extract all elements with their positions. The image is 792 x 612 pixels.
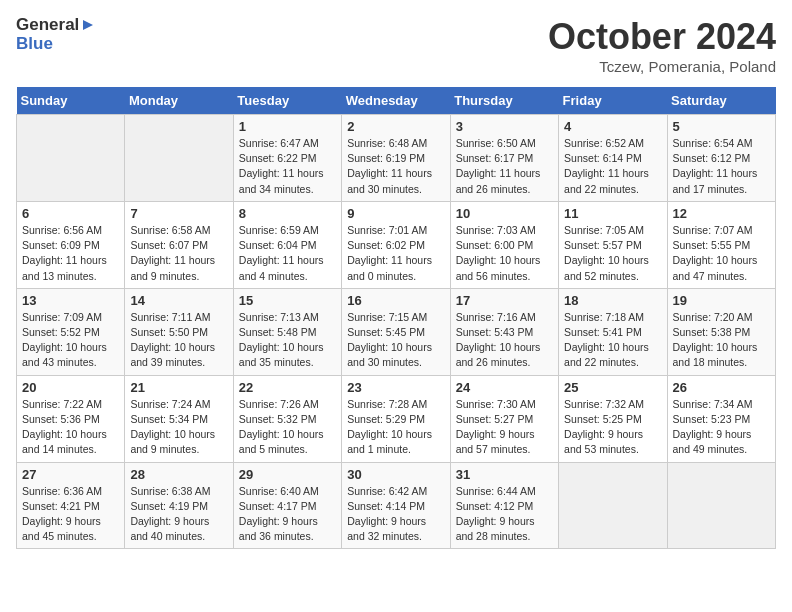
day-number: 20 [22,380,119,395]
month-title: October 2024 [548,16,776,58]
day-info: Sunrise: 7:24 AM Sunset: 5:34 PM Dayligh… [130,397,227,458]
day-info: Sunrise: 7:26 AM Sunset: 5:32 PM Dayligh… [239,397,336,458]
calendar-cell: 22Sunrise: 7:26 AM Sunset: 5:32 PM Dayli… [233,375,341,462]
day-number: 10 [456,206,553,221]
day-header-tuesday: Tuesday [233,87,341,115]
calendar-cell: 13Sunrise: 7:09 AM Sunset: 5:52 PM Dayli… [17,288,125,375]
calendar-cell: 24Sunrise: 7:30 AM Sunset: 5:27 PM Dayli… [450,375,558,462]
calendar-cell: 25Sunrise: 7:32 AM Sunset: 5:25 PM Dayli… [559,375,667,462]
day-info: Sunrise: 6:44 AM Sunset: 4:12 PM Dayligh… [456,484,553,545]
day-number: 23 [347,380,444,395]
logo-text-blue: Blue [16,35,53,54]
day-header-friday: Friday [559,87,667,115]
calendar-cell: 5Sunrise: 6:54 AM Sunset: 6:12 PM Daylig… [667,115,775,202]
calendar-cell: 21Sunrise: 7:24 AM Sunset: 5:34 PM Dayli… [125,375,233,462]
calendar-cell: 15Sunrise: 7:13 AM Sunset: 5:48 PM Dayli… [233,288,341,375]
day-number: 11 [564,206,661,221]
svg-marker-0 [83,20,93,30]
logo-text-general: General [16,16,79,35]
calendar-cell: 11Sunrise: 7:05 AM Sunset: 5:57 PM Dayli… [559,201,667,288]
day-number: 15 [239,293,336,308]
day-number: 13 [22,293,119,308]
day-header-monday: Monday [125,87,233,115]
day-info: Sunrise: 7:18 AM Sunset: 5:41 PM Dayligh… [564,310,661,371]
calendar-week-1: 1Sunrise: 6:47 AM Sunset: 6:22 PM Daylig… [17,115,776,202]
calendar-week-5: 27Sunrise: 6:36 AM Sunset: 4:21 PM Dayli… [17,462,776,549]
day-info: Sunrise: 7:22 AM Sunset: 5:36 PM Dayligh… [22,397,119,458]
day-header-thursday: Thursday [450,87,558,115]
day-info: Sunrise: 6:42 AM Sunset: 4:14 PM Dayligh… [347,484,444,545]
calendar-cell: 10Sunrise: 7:03 AM Sunset: 6:00 PM Dayli… [450,201,558,288]
day-number: 22 [239,380,336,395]
day-info: Sunrise: 7:09 AM Sunset: 5:52 PM Dayligh… [22,310,119,371]
day-number: 6 [22,206,119,221]
logo: General Blue [16,16,97,53]
day-info: Sunrise: 6:48 AM Sunset: 6:19 PM Dayligh… [347,136,444,197]
day-info: Sunrise: 6:59 AM Sunset: 6:04 PM Dayligh… [239,223,336,284]
day-info: Sunrise: 7:30 AM Sunset: 5:27 PM Dayligh… [456,397,553,458]
day-number: 26 [673,380,770,395]
calendar-week-3: 13Sunrise: 7:09 AM Sunset: 5:52 PM Dayli… [17,288,776,375]
logo-mark: General Blue [16,16,97,53]
day-info: Sunrise: 6:50 AM Sunset: 6:17 PM Dayligh… [456,136,553,197]
day-number: 30 [347,467,444,482]
day-info: Sunrise: 7:11 AM Sunset: 5:50 PM Dayligh… [130,310,227,371]
page-header: General Blue October 2024 Tczew, Pomeran… [16,16,776,75]
logo-arrow-icon [79,16,97,34]
calendar-cell [559,462,667,549]
calendar-cell: 4Sunrise: 6:52 AM Sunset: 6:14 PM Daylig… [559,115,667,202]
day-info: Sunrise: 6:38 AM Sunset: 4:19 PM Dayligh… [130,484,227,545]
day-info: Sunrise: 7:16 AM Sunset: 5:43 PM Dayligh… [456,310,553,371]
day-info: Sunrise: 7:28 AM Sunset: 5:29 PM Dayligh… [347,397,444,458]
location-subtitle: Tczew, Pomerania, Poland [548,58,776,75]
calendar-cell: 8Sunrise: 6:59 AM Sunset: 6:04 PM Daylig… [233,201,341,288]
calendar-cell: 27Sunrise: 6:36 AM Sunset: 4:21 PM Dayli… [17,462,125,549]
day-number: 2 [347,119,444,134]
title-block: October 2024 Tczew, Pomerania, Poland [548,16,776,75]
day-number: 4 [564,119,661,134]
day-number: 14 [130,293,227,308]
day-number: 28 [130,467,227,482]
day-info: Sunrise: 7:13 AM Sunset: 5:48 PM Dayligh… [239,310,336,371]
day-info: Sunrise: 6:47 AM Sunset: 6:22 PM Dayligh… [239,136,336,197]
day-number: 12 [673,206,770,221]
day-number: 8 [239,206,336,221]
day-info: Sunrise: 6:36 AM Sunset: 4:21 PM Dayligh… [22,484,119,545]
day-info: Sunrise: 7:05 AM Sunset: 5:57 PM Dayligh… [564,223,661,284]
day-info: Sunrise: 7:01 AM Sunset: 6:02 PM Dayligh… [347,223,444,284]
day-number: 21 [130,380,227,395]
calendar-cell: 9Sunrise: 7:01 AM Sunset: 6:02 PM Daylig… [342,201,450,288]
calendar-cell: 7Sunrise: 6:58 AM Sunset: 6:07 PM Daylig… [125,201,233,288]
day-info: Sunrise: 7:03 AM Sunset: 6:00 PM Dayligh… [456,223,553,284]
calendar-cell: 3Sunrise: 6:50 AM Sunset: 6:17 PM Daylig… [450,115,558,202]
day-number: 5 [673,119,770,134]
day-number: 19 [673,293,770,308]
calendar-cell: 23Sunrise: 7:28 AM Sunset: 5:29 PM Dayli… [342,375,450,462]
day-number: 24 [456,380,553,395]
day-info: Sunrise: 6:58 AM Sunset: 6:07 PM Dayligh… [130,223,227,284]
header-row: SundayMondayTuesdayWednesdayThursdayFrid… [17,87,776,115]
day-number: 16 [347,293,444,308]
day-number: 1 [239,119,336,134]
calendar-cell [17,115,125,202]
calendar-cell: 14Sunrise: 7:11 AM Sunset: 5:50 PM Dayli… [125,288,233,375]
day-number: 27 [22,467,119,482]
day-number: 7 [130,206,227,221]
calendar-cell: 29Sunrise: 6:40 AM Sunset: 4:17 PM Dayli… [233,462,341,549]
calendar-cell: 16Sunrise: 7:15 AM Sunset: 5:45 PM Dayli… [342,288,450,375]
day-info: Sunrise: 7:32 AM Sunset: 5:25 PM Dayligh… [564,397,661,458]
day-header-sunday: Sunday [17,87,125,115]
day-info: Sunrise: 6:52 AM Sunset: 6:14 PM Dayligh… [564,136,661,197]
calendar-cell: 31Sunrise: 6:44 AM Sunset: 4:12 PM Dayli… [450,462,558,549]
day-info: Sunrise: 6:40 AM Sunset: 4:17 PM Dayligh… [239,484,336,545]
day-number: 31 [456,467,553,482]
day-header-saturday: Saturday [667,87,775,115]
day-info: Sunrise: 7:34 AM Sunset: 5:23 PM Dayligh… [673,397,770,458]
calendar-week-4: 20Sunrise: 7:22 AM Sunset: 5:36 PM Dayli… [17,375,776,462]
calendar-cell: 2Sunrise: 6:48 AM Sunset: 6:19 PM Daylig… [342,115,450,202]
day-number: 9 [347,206,444,221]
calendar-cell: 26Sunrise: 7:34 AM Sunset: 5:23 PM Dayli… [667,375,775,462]
day-number: 18 [564,293,661,308]
calendar-cell: 17Sunrise: 7:16 AM Sunset: 5:43 PM Dayli… [450,288,558,375]
calendar-cell: 18Sunrise: 7:18 AM Sunset: 5:41 PM Dayli… [559,288,667,375]
